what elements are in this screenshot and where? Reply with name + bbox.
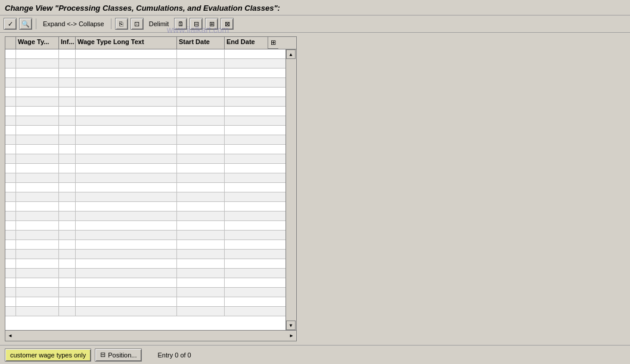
- row-inf-cell: [59, 126, 76, 135]
- table-row[interactable]: [5, 259, 285, 269]
- row-long-cell: [76, 88, 177, 97]
- delimit-btn[interactable]: Delimit: [146, 19, 172, 29]
- row-wage-cell: [16, 278, 59, 287]
- table-row[interactable]: [5, 231, 285, 240]
- header-wage-type-col: Wage Ty...: [16, 37, 59, 49]
- expand-collapse-btn[interactable]: Expand <-> Collapse: [40, 19, 107, 29]
- row-select-cell: [5, 202, 16, 211]
- row-inf-cell: [59, 164, 76, 173]
- row-wage-cell: [16, 250, 59, 259]
- row-long-cell: [76, 145, 177, 154]
- row-wage-cell: [16, 154, 59, 163]
- row-end-cell: [225, 173, 268, 182]
- status-bar: customer wage types only ⊟ Position... E…: [0, 345, 630, 364]
- table-row[interactable]: [5, 250, 285, 259]
- table-row[interactable]: [5, 59, 285, 69]
- table-row[interactable]: [5, 135, 285, 145]
- copy2-toolbar-icon[interactable]: ⊡: [131, 18, 144, 30]
- row-long-cell: [76, 297, 177, 306]
- scroll-left-btn[interactable]: ◄: [5, 331, 15, 341]
- content-area: Wage Ty... Inf... Wage Type Long Text St…: [0, 33, 630, 345]
- table-row[interactable]: [5, 183, 285, 192]
- table-row[interactable]: [5, 288, 285, 297]
- row-long-cell: [76, 97, 177, 106]
- table-row[interactable]: [5, 78, 285, 88]
- table-row[interactable]: [5, 202, 285, 211]
- customer-wage-types-btn[interactable]: customer wage types only: [5, 349, 91, 362]
- row-start-cell: [177, 164, 225, 173]
- row-select-cell: [5, 59, 16, 68]
- calendar-toolbar-icon[interactable]: 🗓: [174, 18, 187, 30]
- row-long-cell: [76, 135, 177, 144]
- row-inf-cell: [59, 297, 76, 306]
- check-toolbar-icon[interactable]: ✓: [4, 18, 17, 30]
- title-bar: Change View "Processing Classes, Cumulat…: [0, 0, 630, 15]
- row-start-cell: [177, 278, 225, 287]
- row-end-cell: [225, 78, 268, 87]
- row-select-cell: [5, 269, 16, 278]
- row-select-cell: [5, 173, 16, 182]
- row-end-cell: [225, 49, 268, 58]
- row-end-cell: [225, 88, 268, 97]
- row-select-cell: [5, 183, 16, 192]
- row-end-cell: [225, 154, 268, 163]
- row-end-cell: [225, 221, 268, 230]
- table-row[interactable]: [5, 107, 285, 116]
- row-long-cell: [76, 211, 177, 220]
- copy1-toolbar-icon[interactable]: ⎘: [115, 18, 128, 30]
- table-row[interactable]: [5, 269, 285, 278]
- column-settings-btn[interactable]: ⊞: [268, 37, 278, 49]
- row-start-cell: [177, 49, 225, 58]
- row-wage-cell: [16, 116, 59, 125]
- scroll-right-btn[interactable]: ►: [287, 331, 296, 341]
- table-row[interactable]: [5, 126, 285, 135]
- table-row[interactable]: [5, 88, 285, 97]
- scroll-down-btn[interactable]: ▼: [286, 321, 296, 330]
- row-select-cell: [5, 288, 16, 297]
- row-end-cell: [225, 202, 268, 211]
- row-start-cell: [177, 69, 225, 77]
- position-btn[interactable]: ⊟ Position...: [95, 349, 142, 362]
- row-inf-cell: [59, 69, 76, 77]
- table-row[interactable]: [5, 116, 285, 126]
- table-row[interactable]: [5, 192, 285, 202]
- table-rows-container: [5, 49, 285, 316]
- table-panel: Wage Ty... Inf... Wage Type Long Text St…: [5, 36, 297, 341]
- row-end-cell: [225, 59, 268, 68]
- row-select-cell: [5, 145, 16, 154]
- table-row[interactable]: [5, 278, 285, 288]
- table-row[interactable]: [5, 221, 285, 231]
- table-row[interactable]: [5, 164, 285, 173]
- table-row[interactable]: [5, 49, 285, 59]
- row-long-cell: [76, 240, 177, 249]
- table-row[interactable]: [5, 154, 285, 164]
- row-start-cell: [177, 59, 225, 68]
- grid2-toolbar-icon[interactable]: ⊞: [205, 18, 218, 30]
- col-long-text-label: Wage Type Long Text: [77, 38, 144, 45]
- row-inf-cell: [59, 211, 76, 220]
- row-select-cell: [5, 259, 16, 268]
- grid3-toolbar-icon[interactable]: ⊠: [221, 18, 234, 30]
- table-row[interactable]: [5, 297, 285, 307]
- row-start-cell: [177, 240, 225, 249]
- table-row[interactable]: [5, 211, 285, 221]
- table-row[interactable]: [5, 145, 285, 154]
- find-toolbar-icon[interactable]: 🔍: [19, 18, 32, 30]
- row-inf-cell: [59, 307, 76, 316]
- row-wage-cell: [16, 88, 59, 97]
- row-end-cell: [225, 135, 268, 144]
- table-row[interactable]: [5, 173, 285, 183]
- row-wage-cell: [16, 97, 59, 106]
- table-row[interactable]: [5, 97, 285, 107]
- grid1-toolbar-icon[interactable]: ⊟: [190, 18, 203, 30]
- row-select-cell: [5, 211, 16, 220]
- table-row[interactable]: [5, 69, 285, 78]
- scroll-up-btn[interactable]: ▲: [286, 49, 296, 59]
- table-row[interactable]: [5, 307, 285, 316]
- table-row[interactable]: [5, 240, 285, 250]
- row-inf-cell: [59, 59, 76, 68]
- row-long-cell: [76, 69, 177, 77]
- col-inf-label: Inf...: [61, 38, 75, 45]
- position-icon: ⊟: [100, 351, 105, 359]
- row-select-cell: [5, 97, 16, 106]
